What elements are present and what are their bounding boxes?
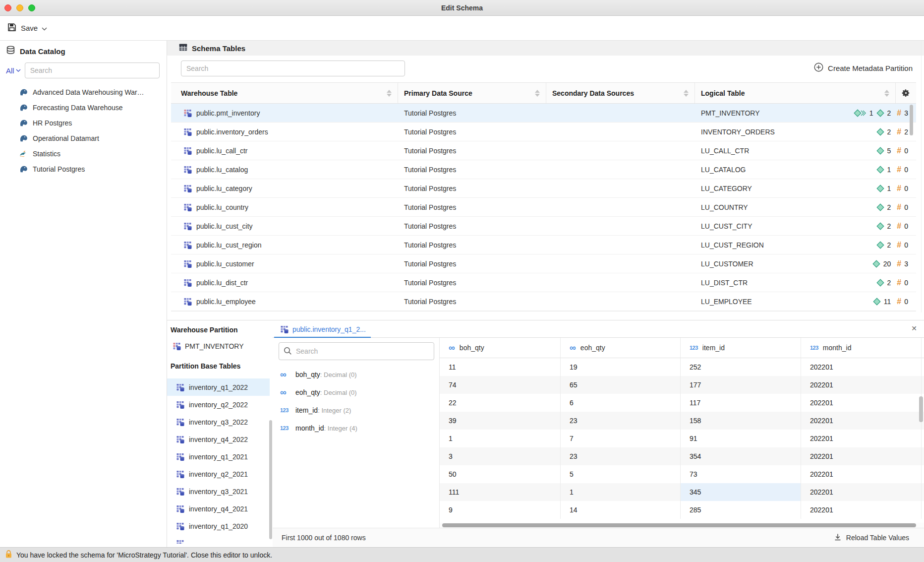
grid-vertical-scrollbar[interactable]	[919, 396, 923, 422]
grid-row[interactable]: 505 73202201	[440, 465, 924, 483]
list-item-partial[interactable]	[167, 535, 270, 544]
table-row[interactable]: public.inventory_orders Tutorial Postgre…	[171, 123, 916, 141]
column-header-secondary-data-sources[interactable]: Secondary Data Sources	[546, 83, 695, 103]
postgres-icon	[19, 119, 28, 127]
divider	[921, 41, 922, 312]
save-button[interactable]: Save	[7, 22, 47, 34]
reload-table-values-button[interactable]: Reload Table Values	[834, 533, 909, 543]
grid-row[interactable]: 1119 252202201	[440, 358, 924, 376]
table-row[interactable]: public.lu_employee Tutorial Postgres LU_…	[171, 292, 916, 311]
mysql-icon	[19, 149, 28, 158]
column-header-logical-table[interactable]: Logical Table	[695, 83, 896, 103]
schema-table-scrollbar[interactable]	[910, 105, 913, 135]
fact-hash-icon: #	[897, 165, 901, 174]
attribute-diamond-icon	[876, 241, 884, 249]
grid-column-eoh-qty[interactable]: ∞ eoh_qty	[561, 338, 681, 358]
table-row[interactable]: public.lu_country Tutorial Postgres LU_C…	[171, 198, 916, 217]
fact-count: 0	[904, 203, 908, 211]
fact-hash-icon: #	[897, 259, 901, 268]
fact-count: 3	[904, 109, 908, 117]
table-row[interactable]: public.pmt_inventory Tutorial Postgres P…	[171, 104, 916, 123]
sidebar-item-hr-postgres[interactable]: HR Postgres	[0, 115, 167, 130]
fact-count: 0	[904, 241, 908, 249]
tab-inventory-q1-2022[interactable]: public.inventory_q1_2...	[274, 320, 372, 338]
create-metadata-partition-button[interactable]: Create Metadata Partition	[814, 62, 913, 73]
sidebar-item-tutorial-postgres[interactable]: Tutorial Postgres	[0, 161, 167, 177]
sidebar-item-forecasting[interactable]: Forecasting Data Warehouse	[0, 100, 167, 115]
attribute-count: 1	[887, 185, 891, 192]
schema-tables-search-input[interactable]	[181, 61, 405, 76]
close-icon[interactable]: ✕	[911, 324, 917, 332]
table-row[interactable]: public.lu_dist_ctr Tutorial Postgres LU_…	[171, 273, 916, 292]
attribute-diamond-icon	[876, 147, 884, 155]
grid-row[interactable]: 3923 158202201	[440, 412, 924, 430]
fact-hash-icon: #	[897, 203, 901, 212]
partition-table-item[interactable]: PMT_INVENTORY	[167, 338, 244, 354]
grid-horizontal-scrollbar-thumb[interactable]	[442, 523, 916, 527]
list-item[interactable]: inventory_q2_2021	[167, 465, 270, 483]
grid-column-boh-qty[interactable]: ∞ boh_qty	[440, 338, 561, 358]
catalog-search-input[interactable]	[25, 62, 160, 78]
list-item[interactable]: inventory_q1_2022	[167, 378, 270, 396]
columns-panel: ∞ boh_qty Decimal (0) ∞ eoh_qty Decimal …	[273, 338, 440, 528]
list-item[interactable]: inventory_q1_2020	[167, 517, 270, 535]
chevron-down-icon[interactable]	[42, 24, 47, 33]
warehouse-table-icon	[183, 279, 192, 287]
grid-status-bar: First 1000 out of 1080 rows Reload Table…	[273, 528, 924, 547]
column-item-boh-qty[interactable]: ∞ boh_qty Decimal (0)	[273, 366, 440, 383]
integer-type-icon: 123	[810, 345, 818, 351]
grid-row[interactable]: 226 117202201	[440, 394, 924, 412]
columns-search-input[interactable]	[279, 342, 434, 360]
column-item-item-id[interactable]: 123 item_id Integer (2)	[273, 401, 440, 419]
partition-list-scrollbar[interactable]	[269, 420, 272, 539]
partition-table-icon	[183, 109, 192, 117]
sidebar-item-advanced-dw[interactable]: Advanced Data Warehousing War…	[0, 84, 167, 100]
attribute-diamond-icon	[876, 222, 884, 230]
column-header-primary-data-source[interactable]: Primary Data Source	[398, 83, 546, 103]
sidebar-item-statistics[interactable]: Statistics	[0, 146, 167, 161]
main-area: Schema Tables Create Metadata Partition …	[167, 41, 924, 547]
row-count-status: First 1000 out of 1080 rows	[282, 534, 366, 542]
list-item[interactable]: inventory_q2_2022	[167, 396, 270, 413]
decimal-type-icon: ∞	[280, 387, 295, 398]
table-settings-gear-icon[interactable]	[896, 83, 916, 103]
grid-horizontal-scrollbar[interactable]	[440, 523, 924, 528]
column-item-month-id[interactable]: 123 month_id Integer (4)	[273, 419, 440, 437]
list-item[interactable]: inventory_q3_2021	[167, 483, 270, 500]
grid-column-month-id[interactable]: 123 month_id	[801, 338, 922, 358]
table-row[interactable]: public.lu_customer Tutorial Postgres LU_…	[171, 254, 916, 273]
sidebar-item-operational-datamart[interactable]: Operational Datamart	[0, 130, 167, 146]
grid-row[interactable]: 17 91202201	[440, 430, 924, 447]
list-item[interactable]: inventory_q4_2022	[167, 431, 270, 448]
attribute-count: 2	[887, 222, 891, 230]
list-item[interactable]: inventory_q4_2021	[167, 500, 270, 517]
sort-icon	[535, 90, 540, 97]
grid-row[interactable]: 7465 177202201	[440, 376, 924, 394]
warehouse-table-icon	[183, 147, 192, 155]
attribute-count: 5	[887, 147, 891, 155]
partition-badge-icon	[854, 109, 866, 117]
grid-row[interactable]: 1111 345202201	[440, 483, 924, 501]
fact-count: 0	[904, 298, 908, 306]
list-item[interactable]: inventory_q1_2021	[167, 448, 270, 465]
warehouse-table-icon	[183, 128, 192, 136]
grid-column-item-id[interactable]: 123 item_id	[681, 338, 801, 358]
table-row[interactable]: public.lu_call_ctr Tutorial Postgres LU_…	[171, 141, 916, 160]
integer-type-icon: 123	[280, 425, 295, 431]
column-item-eoh-qty[interactable]: ∞ eoh_qty Decimal (0)	[273, 383, 440, 401]
table-row[interactable]: public.lu_catalog Tutorial Postgres LU_C…	[171, 160, 916, 179]
column-header-warehouse-table[interactable]: Warehouse Table	[171, 83, 398, 103]
warehouse-table-icon	[176, 522, 184, 530]
table-row[interactable]: public.lu_cust_region Tutorial Postgres …	[171, 236, 916, 254]
attribute-count: 2	[887, 203, 891, 211]
integer-type-icon: 123	[280, 407, 295, 413]
catalog-filter-dropdown[interactable]: All	[6, 66, 21, 75]
grid-row[interactable]: 914 285202201	[440, 501, 924, 519]
table-row[interactable]: public.lu_cust_city Tutorial Postgres LU…	[171, 217, 916, 236]
toolbar: Save	[0, 16, 924, 41]
grid-row[interactable]: 323 354202201	[440, 447, 924, 465]
table-row[interactable]: public.lu_category Tutorial Postgres LU_…	[171, 179, 916, 198]
postgres-icon	[19, 88, 28, 96]
list-item[interactable]: inventory_q3_2022	[167, 413, 270, 431]
fact-hash-icon: #	[897, 241, 901, 250]
